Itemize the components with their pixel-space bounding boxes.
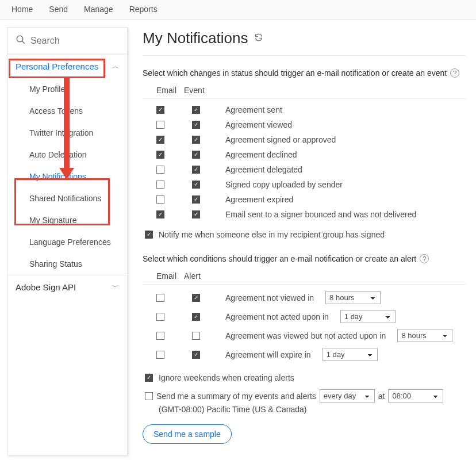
event-label: Agreement viewed bbox=[225, 120, 292, 129]
event-rows: Agreement sentAgreement viewedAgreement … bbox=[143, 99, 466, 222]
top-nav: Home Send Manage Reports bbox=[0, 0, 476, 20]
alert-checkbox[interactable] bbox=[192, 332, 200, 340]
summary-pre: Send me a summary of my events and alert… bbox=[156, 392, 316, 401]
email-checkbox[interactable] bbox=[156, 181, 164, 189]
summary-time-select[interactable]: 08:00 bbox=[388, 389, 443, 402]
email-checkbox[interactable] bbox=[156, 195, 164, 204]
email-checkbox[interactable] bbox=[156, 166, 164, 174]
sidebar-item-language-preferences[interactable]: Language Preferences bbox=[7, 231, 127, 253]
event-row: Agreement signed or approved bbox=[143, 132, 466, 147]
summary-at: at bbox=[378, 392, 385, 401]
col-alert: Alert bbox=[184, 271, 201, 281]
help-icon[interactable]: ? bbox=[420, 254, 429, 263]
alert-checkbox[interactable] bbox=[192, 313, 200, 321]
alert-label: Agreement not viewed in bbox=[225, 293, 314, 302]
search-input[interactable] bbox=[30, 36, 119, 46]
refresh-icon[interactable] bbox=[254, 33, 263, 44]
sidebar-item-sharing-status[interactable]: Sharing Status bbox=[7, 253, 127, 275]
email-checkbox[interactable] bbox=[156, 294, 164, 302]
event-label: Agreement delegated bbox=[225, 165, 302, 174]
summary-frequency-select[interactable]: every day bbox=[320, 389, 375, 402]
alert-checkbox[interactable] bbox=[192, 351, 200, 359]
col-email: Email bbox=[156, 271, 176, 281]
alert-duration-select[interactable]: 1 day bbox=[340, 310, 396, 323]
event-label: Agreement expired bbox=[225, 195, 293, 204]
events-intro: Select which changes in status should tr… bbox=[143, 68, 447, 78]
event-row: Agreement declined bbox=[143, 147, 466, 162]
event-label: Email sent to a signer bounced and was n… bbox=[225, 210, 416, 219]
alert-rows: Agreement not viewed in8 hoursAgreement … bbox=[143, 285, 466, 364]
email-checkbox[interactable] bbox=[156, 151, 164, 159]
email-checkbox[interactable] bbox=[156, 210, 164, 218]
event-checkbox[interactable] bbox=[192, 166, 200, 174]
section-personal-preferences[interactable]: Personal Preferences ︿ bbox=[7, 54, 127, 78]
email-checkbox[interactable] bbox=[156, 351, 164, 359]
alert-row: Agreement not acted upon in1 day bbox=[143, 307, 466, 326]
event-checkbox[interactable] bbox=[192, 136, 200, 144]
main-content: My Notifications Select which changes in… bbox=[139, 27, 469, 455]
alert-row: Agreement was viewed but not acted upon … bbox=[143, 326, 466, 345]
event-checkbox[interactable] bbox=[192, 121, 200, 129]
event-checkbox[interactable] bbox=[192, 151, 200, 159]
email-checkbox[interactable] bbox=[156, 136, 164, 144]
sidebar-item-my-profile[interactable]: My Profile bbox=[7, 78, 127, 100]
nav-send[interactable]: Send bbox=[49, 5, 68, 14]
ignore-weekends-checkbox[interactable] bbox=[145, 374, 153, 382]
section-adobe-sign-api[interactable]: Adobe Sign API ﹀ bbox=[7, 275, 127, 299]
event-row: Email sent to a signer bounced and was n… bbox=[143, 207, 466, 222]
sidebar-item-my-signature[interactable]: My Signature bbox=[7, 209, 127, 231]
sidebar: Personal Preferences ︿ My Profile Access… bbox=[7, 27, 128, 455]
alert-row: Agreement will expire in1 day bbox=[143, 345, 466, 364]
alert-duration-select[interactable]: 1 day bbox=[323, 348, 378, 361]
event-label: Signed copy uploaded by sender bbox=[225, 180, 343, 189]
alert-duration-select[interactable]: 8 hours bbox=[397, 329, 452, 342]
event-row: Agreement expired bbox=[143, 192, 466, 207]
sidebar-item-my-notifications[interactable]: My Notifications bbox=[7, 166, 127, 187]
ignore-weekends-label: Ignore weekends when creating alerts bbox=[159, 373, 294, 382]
alert-label: Agreement not acted upon in bbox=[225, 312, 329, 321]
nav-reports[interactable]: Reports bbox=[129, 5, 158, 14]
col-email: Email bbox=[156, 86, 176, 95]
page-title: My Notifications bbox=[143, 29, 248, 47]
search-icon bbox=[16, 34, 26, 47]
svg-point-0 bbox=[17, 36, 23, 42]
notify-group-checkbox[interactable] bbox=[145, 231, 153, 239]
event-checkbox[interactable] bbox=[192, 195, 200, 204]
nav-home[interactable]: Home bbox=[11, 5, 33, 14]
email-checkbox[interactable] bbox=[156, 106, 164, 114]
email-checkbox[interactable] bbox=[156, 332, 164, 340]
email-checkbox[interactable] bbox=[156, 121, 164, 129]
send-sample-button[interactable]: Send me a sample bbox=[143, 424, 232, 444]
event-row: Agreement delegated bbox=[143, 162, 466, 177]
event-row: Agreement viewed bbox=[143, 117, 466, 132]
alert-checkbox[interactable] bbox=[192, 294, 200, 302]
sidebar-item-auto-delegation[interactable]: Auto Delegation bbox=[7, 144, 127, 166]
alert-label: Agreement was viewed but not acted upon … bbox=[225, 331, 386, 340]
alerts-intro: Select which conditions should trigger a… bbox=[143, 254, 416, 263]
summary-timezone: (GMT-08:00) Pacific Time (US & Canada) bbox=[143, 405, 466, 414]
sidebar-item-shared-notifications[interactable]: Shared Notifications bbox=[7, 187, 127, 209]
event-checkbox[interactable] bbox=[192, 106, 200, 114]
event-label: Agreement sent bbox=[225, 105, 282, 114]
event-checkbox[interactable] bbox=[192, 210, 200, 218]
chevron-down-icon: ﹀ bbox=[112, 282, 119, 292]
event-row: Signed copy uploaded by sender bbox=[143, 177, 466, 192]
notify-group-label: Notify me when someone else in my recipi… bbox=[159, 230, 385, 239]
personal-items: My Profile Access Tokens Twitter Integra… bbox=[7, 78, 127, 275]
alert-duration-select[interactable]: 8 hours bbox=[325, 291, 381, 304]
event-label: Agreement declined bbox=[225, 150, 297, 159]
sidebar-item-access-tokens[interactable]: Access Tokens bbox=[7, 100, 127, 122]
email-checkbox[interactable] bbox=[156, 313, 164, 321]
summary-checkbox[interactable] bbox=[145, 392, 153, 400]
nav-manage[interactable]: Manage bbox=[84, 5, 113, 14]
alert-row: Agreement not viewed in8 hours bbox=[143, 288, 466, 307]
alert-label: Agreement will expire in bbox=[225, 350, 311, 359]
sidebar-item-twitter-integration[interactable]: Twitter Integration bbox=[7, 122, 127, 144]
event-row: Agreement sent bbox=[143, 102, 466, 117]
section-title: Personal Preferences bbox=[16, 62, 98, 71]
help-icon[interactable]: ? bbox=[450, 68, 459, 78]
svg-line-1 bbox=[22, 41, 25, 44]
section-title: Adobe Sign API bbox=[16, 282, 76, 292]
chevron-up-icon: ︿ bbox=[112, 62, 119, 71]
event-checkbox[interactable] bbox=[192, 181, 200, 189]
